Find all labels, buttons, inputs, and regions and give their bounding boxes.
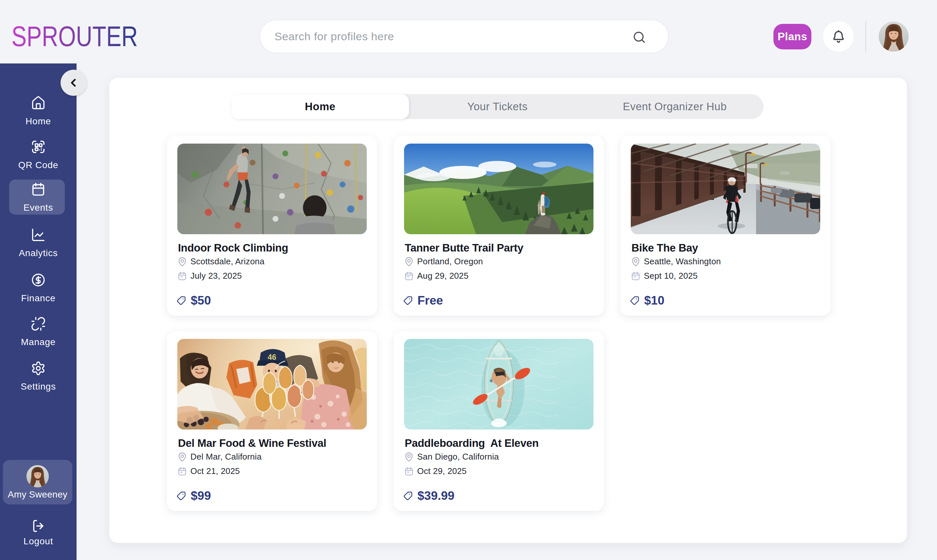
svg-text:46: 46 <box>268 352 277 362</box>
